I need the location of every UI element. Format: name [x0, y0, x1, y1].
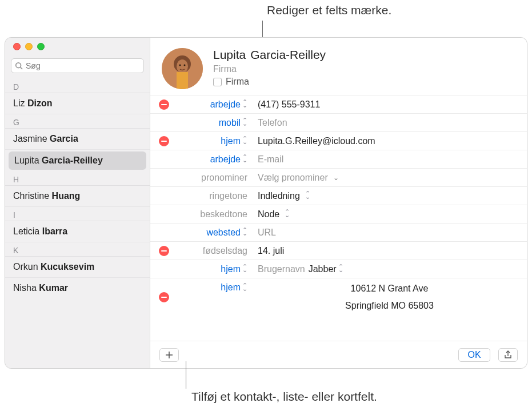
list-item[interactable]: Orkun Kucuksevim [5, 257, 150, 278]
website-placeholder[interactable]: URL [252, 228, 527, 238]
remove-field-button[interactable] [159, 246, 169, 256]
updown-icon [338, 265, 343, 273]
contact-last-name: Ibarra [42, 226, 67, 236]
updown-icon [242, 137, 247, 145]
im-service-dropdown[interactable]: Jabber [309, 264, 343, 274]
chevron-down-icon: ⌄ [333, 174, 339, 182]
address-line2: Springfield MO 65803 [345, 299, 434, 313]
list-item[interactable]: Liz Dizon [5, 93, 150, 114]
list-item-selected[interactable]: Lupita Garcia-Reilley [9, 151, 146, 170]
email-work-placeholder[interactable]: E-mail [252, 154, 527, 165]
last-name-field[interactable]: Garcia-Reilley [250, 48, 326, 62]
contact-last-name: Huang [52, 191, 81, 201]
remove-field-button[interactable] [159, 99, 169, 110]
field-label-dropdown[interactable]: mobil [178, 118, 252, 128]
email-home-value[interactable]: Lupita.G.Reilley@icloud.com [252, 136, 527, 146]
contact-first-name: Jasmine [13, 134, 47, 143]
updown-icon [242, 265, 247, 273]
ringtone-dropdown[interactable]: Indledning [252, 191, 527, 201]
contact-last-name: Dizon [27, 98, 53, 108]
callout-add-field: Tilføj et kontakt-, liste- eller kortfel… [191, 390, 377, 404]
field-label-dropdown[interactable]: hjem [178, 264, 252, 274]
field-label-dropdown[interactable]: websted [178, 228, 252, 238]
field-label-dropdown[interactable]: hjem [178, 280, 252, 293]
search-icon [15, 62, 23, 70]
svg-point-7 [184, 65, 186, 66]
im-username-placeholder[interactable]: Brugernavn [258, 264, 305, 274]
svg-point-0 [16, 63, 21, 68]
field-label-text: arbejde [210, 99, 241, 109]
field-label-text: websted [206, 228, 241, 237]
birthday-value[interactable]: 14. juli [252, 246, 527, 256]
company-checkbox-label: Firma [226, 77, 249, 87]
company-field[interactable]: Firma [213, 64, 326, 74]
address-line1: 10612 N Grant Ave [351, 282, 429, 296]
remove-field-button[interactable] [159, 292, 169, 302]
contact-first-name: Liz [13, 98, 25, 108]
fullscreen-window-button[interactable] [37, 43, 45, 50]
contacts-window: D Liz Dizon G Jasmine Garcia Lupita Garc… [5, 37, 527, 369]
section-header-k: K [5, 242, 150, 257]
updown-icon [242, 284, 247, 292]
pronouns-placeholder: Vælg pronominer [258, 173, 328, 183]
contact-last-name: Kucuksevim [41, 262, 94, 272]
field-label-text: mobil [219, 118, 241, 127]
field-label-dropdown[interactable]: arbejde [178, 99, 252, 110]
add-field-button[interactable] [159, 348, 179, 362]
remove-field-button[interactable] [159, 136, 169, 146]
contact-first-name: Nisha [13, 283, 37, 293]
search-field[interactable] [11, 58, 144, 73]
updown-icon [242, 119, 247, 127]
phone-mobile-placeholder[interactable]: Telefon [252, 118, 527, 128]
list-item[interactable]: Jasmine Garcia [5, 129, 150, 150]
svg-rect-5 [177, 72, 188, 89]
list-item[interactable]: Christine Huang [5, 186, 150, 207]
first-name-field[interactable]: Lupita [213, 48, 246, 62]
close-window-button[interactable] [13, 43, 21, 50]
texttone-label: beskedtone [178, 209, 252, 220]
list-item[interactable]: Nisha Kumar [5, 278, 150, 298]
address-value[interactable]: 10612 N Grant Ave Springfield MO 65803 [252, 280, 527, 315]
avatar[interactable] [162, 48, 203, 89]
minimize-window-button[interactable] [25, 43, 33, 50]
contact-last-name: Garcia [50, 134, 78, 143]
search-input[interactable] [26, 61, 140, 70]
updown-icon [242, 101, 247, 109]
updown-icon [305, 192, 310, 200]
share-icon [503, 350, 513, 360]
ringtone-value: Indledning [258, 191, 300, 201]
field-label-text: hjem [221, 136, 241, 146]
pronouns-label: pronominer [178, 173, 252, 183]
contact-name[interactable]: Lupita Garcia-Reilley [213, 48, 326, 62]
updown-icon [285, 210, 290, 218]
svg-line-1 [21, 67, 23, 70]
texttone-dropdown[interactable]: Node [252, 209, 527, 220]
contact-last-name: Garcia-Reilley [42, 155, 103, 165]
updown-icon [242, 155, 247, 163]
contact-first-name: Christine [13, 191, 49, 201]
window-controls [5, 38, 150, 55]
ok-button[interactable]: OK [458, 348, 490, 362]
field-label-dropdown[interactable]: hjem [178, 136, 252, 146]
field-label-text: hjem [221, 282, 241, 292]
contact-first-name: Lupita [14, 155, 39, 165]
pronouns-dropdown[interactable]: Vælg pronominer⌄ [252, 173, 527, 183]
ringtone-label: ringetone [178, 191, 252, 201]
section-header-g: G [5, 114, 150, 129]
updown-icon [242, 229, 247, 237]
section-header-i: I [5, 207, 150, 221]
callout-line-bottom [186, 361, 186, 389]
callout-edit-label: Rediger et felts mærke. [267, 3, 391, 17]
section-header-h: H [5, 171, 150, 186]
field-label-text: arbejde [210, 154, 241, 164]
list-item[interactable]: Leticia Ibarra [5, 221, 150, 242]
phone-work-value[interactable]: (417) 555-9311 [252, 99, 527, 110]
birthday-label: fødselsdag [178, 246, 252, 256]
contact-first-name: Orkun [13, 262, 38, 272]
field-label-dropdown[interactable]: arbejde [178, 154, 252, 165]
share-button[interactable] [498, 348, 518, 362]
contact-last-name: Kumar [39, 283, 68, 293]
svg-point-4 [177, 59, 188, 73]
company-checkbox[interactable] [213, 78, 222, 86]
contact-card-detail: Lupita Garcia-Reilley Firma Firma arbejd… [150, 38, 527, 368]
